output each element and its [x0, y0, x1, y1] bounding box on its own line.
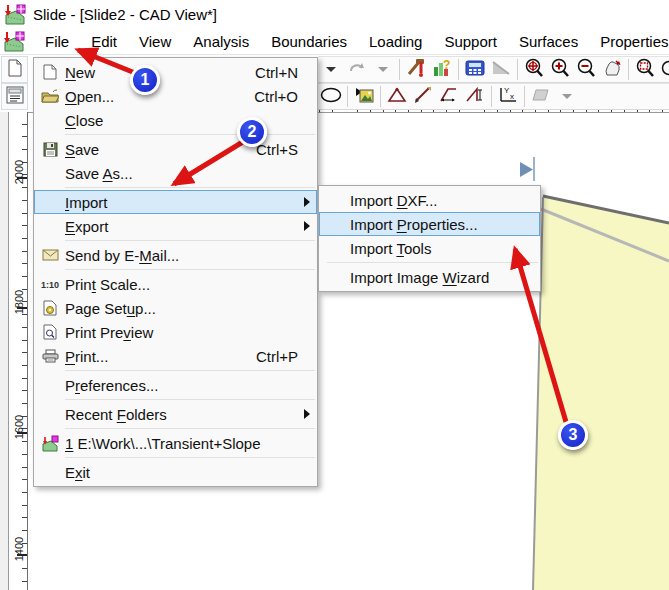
menu-item-export[interactable]: Export — [34, 214, 317, 238]
redo-dropdown-button[interactable] — [370, 57, 396, 82]
window-title: Slide - [Slide2 - CAD View*] — [33, 6, 217, 23]
menu-item-print-preview[interactable]: Print Preview — [34, 320, 317, 344]
ruler-label-1600: 1600 — [13, 405, 25, 449]
zoom-window-button[interactable] — [632, 57, 658, 82]
svg-text:x: x — [510, 92, 514, 101]
step-badge-2: 2 — [237, 117, 267, 147]
svg-text:?: ? — [443, 58, 450, 72]
slide-app-icon — [4, 3, 26, 25]
menubar-item-boundaries[interactable]: Boundaries — [260, 30, 358, 53]
menu-item-exit[interactable]: Exit — [34, 460, 317, 484]
dimension-width-button[interactable] — [436, 84, 462, 109]
menu-separator — [65, 187, 315, 188]
toolbar-row-2: Yx — [318, 83, 669, 110]
zoom-selection-button[interactable]: ± — [658, 57, 669, 82]
zoom-selection-icon: ± — [661, 58, 669, 82]
slope-icon — [491, 60, 511, 80]
zoom-in-icon — [550, 58, 570, 82]
email-envelope-icon — [35, 249, 65, 261]
menu-item-save-as[interactable]: Save As... — [34, 161, 317, 185]
menubar-item-surfaces[interactable]: Surfaces — [508, 30, 589, 53]
step-badge-1: 1 — [130, 65, 160, 95]
dimension-angle-button[interactable] — [462, 84, 488, 109]
project-settings-button[interactable] — [403, 57, 429, 82]
menu-item-send-by-email[interactable]: Send by E-Mail... — [34, 243, 317, 267]
submenu-arrow-icon — [304, 197, 310, 207]
menu-item-save[interactable]: Save Ctrl+S — [34, 137, 317, 161]
menu-item-import-image-wizard[interactable]: Import Image Wizard — [319, 265, 540, 289]
menubar-item-support[interactable]: Support — [433, 30, 508, 53]
vertex-marker-icon — [520, 162, 533, 177]
menu-separator — [327, 262, 538, 263]
menu-item-import-tools[interactable]: Import Tools — [319, 236, 540, 260]
new-file-button[interactable] — [1, 56, 28, 83]
chart-info-icon: ? — [432, 58, 452, 82]
menu-separator — [65, 370, 315, 371]
printer-icon — [35, 349, 65, 363]
step-badge-3: 3 — [558, 420, 588, 450]
dimension-pencil-button[interactable] — [410, 84, 436, 109]
image-icon — [354, 86, 374, 108]
axes-icon: Yx — [497, 86, 519, 108]
menu-item-new[interactable]: New Ctrl+N — [34, 60, 317, 84]
zoom-extents-button[interactable] — [521, 57, 547, 82]
ruler-label-1800: 1800 — [13, 280, 25, 324]
dimension-pencil-icon — [413, 86, 433, 108]
document-window-icon — [3, 30, 25, 52]
eraser-dropdown-button[interactable] — [554, 84, 580, 109]
svg-text:1:10: 1:10 — [41, 280, 59, 290]
ellipse-tool-button[interactable] — [318, 84, 344, 109]
left-gutter — [0, 112, 8, 590]
menubar-item-analysis[interactable]: Analysis — [182, 30, 260, 53]
slope-material-region — [533, 196, 669, 590]
menu-item-recent-file-1[interactable]: 1 E:\Work\...\Transient+Slope — [34, 431, 317, 455]
menu-item-preferences[interactable]: Preferences... — [34, 373, 317, 397]
pan-button[interactable] — [599, 57, 625, 82]
menu-item-page-setup[interactable]: Page Setup... — [34, 296, 317, 320]
menu-item-import[interactable]: Import — [34, 190, 317, 214]
menubar-item-loading[interactable]: Loading — [358, 30, 433, 53]
analysis-info-button[interactable]: ? — [429, 57, 455, 82]
dimension-triangle-button[interactable] — [384, 84, 410, 109]
zoom-out-button[interactable] — [573, 57, 599, 82]
dropdown-arrow-icon — [326, 67, 336, 72]
axes-tool-button[interactable]: Yx — [495, 84, 521, 109]
menu-separator — [65, 240, 315, 241]
compute-button[interactable] — [462, 57, 488, 82]
menu-bar: File Edit View Analysis Boundaries Loadi… — [0, 28, 669, 55]
calculator-icon — [465, 60, 485, 80]
redo-icon — [349, 61, 365, 79]
menubar-item-edit[interactable]: Edit — [80, 30, 128, 53]
redo-button[interactable] — [344, 57, 370, 82]
report-button[interactable] — [1, 83, 28, 110]
eraser-button[interactable] — [528, 84, 554, 109]
dropdown-arrow-button[interactable] — [318, 57, 344, 82]
eraser-dropdown-icon — [562, 94, 572, 99]
menu-separator — [65, 428, 315, 429]
title-bar: Slide - [Slide2 - CAD View*] — [0, 0, 669, 28]
menubar-item-file[interactable]: File — [34, 30, 80, 53]
image-tool-button[interactable] — [351, 84, 377, 109]
menu-item-import-dxf[interactable]: Import DXF... — [319, 188, 540, 212]
vertical-ruler: 2000 1800 1600 1400 — [8, 112, 28, 590]
menubar-item-properties[interactable]: Properties — [589, 30, 669, 53]
pan-hand-icon — [602, 58, 622, 82]
menu-item-close[interactable]: Close — [34, 108, 317, 132]
dimension-width-icon — [439, 87, 459, 107]
print-scale-icon: 1:10 — [35, 278, 65, 290]
toolbar-row-1: ? ± — [318, 56, 669, 83]
left-toolbar — [1, 56, 28, 110]
menu-item-import-properties[interactable]: Import Properties... — [319, 212, 540, 236]
new-file-icon — [7, 59, 23, 81]
ruler-label-1400: 1400 — [13, 527, 25, 571]
tools-icon — [406, 58, 426, 82]
menu-item-print[interactable]: Print... Ctrl+P — [34, 344, 317, 368]
menubar-item-view[interactable]: View — [128, 30, 182, 53]
submenu-arrow-icon — [304, 409, 310, 419]
menu-item-recent-folders[interactable]: Recent Folders — [34, 402, 317, 426]
menu-item-print-scale[interactable]: 1:10 Print Scale... — [34, 272, 317, 296]
zoom-in-button[interactable] — [547, 57, 573, 82]
menu-item-open[interactable]: Open... Ctrl+O — [34, 84, 317, 108]
import-submenu: Import DXF... Import Properties... Impor… — [318, 185, 541, 292]
interpret-button[interactable] — [488, 57, 514, 82]
